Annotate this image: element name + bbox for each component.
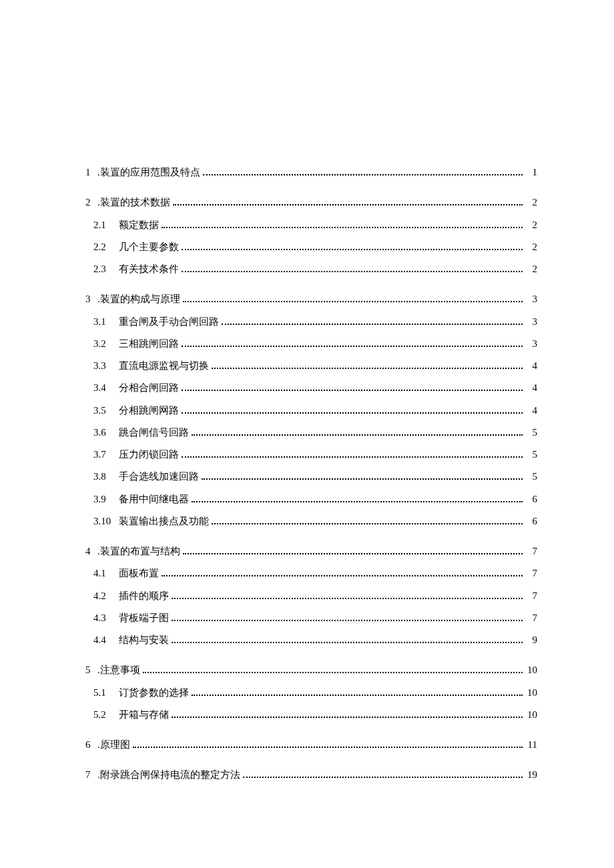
toc-entry-level2: 3.4 分相合闸回路 4 [85,380,537,396]
toc-entry-level2: 2.1 额定数据 2 [85,218,537,233]
toc-entry-level2: 2.2 几个主要参数 2 [85,240,537,255]
toc-entry-level2: 4.1 面板布置 7 [85,566,537,581]
toc-title: 跳合闸信号回路 [119,425,189,440]
toc-number: 5.1 [93,685,115,701]
toc-leader [203,166,523,175]
toc-number: 3.5 [93,403,115,418]
toc-title: .原理图 [97,737,130,753]
toc-page: 3 [525,336,537,352]
toc-title: 开箱与存储 [119,707,169,723]
toc-entry-level1: 4 .装置的布置与结构 7 [85,544,537,559]
toc-page: 4 [525,380,537,396]
toc-title: 压力闭锁回路 [119,447,179,462]
toc-number: 4.3 [93,610,115,626]
toc-title: 分相跳闸网路 [119,403,179,418]
toc-page: 5 [525,425,537,440]
toc-leader [133,739,523,748]
toc-title: 背板端子图 [119,610,169,626]
toc-entry-level2: 5.1 订货参数的选择 10 [85,685,537,701]
toc-leader [192,687,523,696]
toc-number: 4 [85,544,97,559]
toc-number: 5.2 [93,707,115,723]
toc-page: 7 [525,544,537,559]
toc-title: 额定数据 [119,218,159,233]
toc-entry-level2: 3.7 压力闭锁回路 5 [85,447,537,462]
toc-page: 19 [525,767,537,783]
toc-number: 3.2 [93,336,115,352]
toc-entry-level1: 5 .注意事项 10 [85,663,537,678]
toc-title: 装置输出接点及功能 [119,514,209,529]
toc-entry-level1: 7 .附录跳合闸保持电流的整定方法 19 [85,767,537,783]
toc-page: 1 [525,165,537,180]
toc-page: 4 [525,403,537,418]
toc-number: 3.10 [93,514,115,529]
toc-title: 几个主要参数 [119,240,179,255]
toc-number: 2.3 [93,262,115,277]
toc-title: .装置的技术数据 [97,195,170,210]
toc-title: 备用中间继电器 [119,492,189,507]
toc-page: 2 [525,262,537,277]
toc-entry-level2: 3.1 重合闸及手动合闸回路 3 [85,314,537,330]
toc-leader [182,404,523,414]
toc-leader [172,709,523,718]
toc-entry-level2: 4.3 背板端子图 7 [85,610,537,626]
toc-entry-level1: 2 .装置的技术数据 2 [85,195,537,210]
toc-entry-level1: 6 .原理图 11 [85,737,537,753]
toc-entry-level2: 3.6 跳合闸信号回路 5 [85,425,537,440]
toc-title: 面板布置 [119,566,159,581]
toc-page: 7 [525,610,537,626]
toc-leader [182,382,523,391]
toc-number: 3.7 [93,447,115,462]
toc-title: 手合选线加速回路 [119,469,199,484]
toc-page: 2 [525,218,537,233]
toc-leader [222,316,523,325]
toc-title: .装置的应用范围及特点 [97,165,200,180]
toc-page: 10 [525,663,537,678]
toc-entry-level2: 4.2 插件的顺序 7 [85,588,537,604]
table-of-contents: 1 .装置的应用范围及特点 1 2 .装置的技术数据 2 2.1 额定数据 2 … [85,165,537,783]
toc-leader [182,448,523,458]
toc-number: 3 [85,292,97,307]
toc-entry-level2: 5.2 开箱与存储 10 [85,707,537,723]
toc-number: 4.4 [93,632,115,648]
toc-leader [182,241,523,250]
toc-number: 2.1 [93,218,115,233]
toc-title: 分相合闸回路 [119,380,179,396]
toc-page: 10 [525,707,537,723]
toc-number: 2.2 [93,240,115,255]
toc-number: 3.9 [93,492,115,507]
toc-page: 7 [525,588,537,604]
toc-leader [172,634,523,643]
toc-leader [212,515,523,524]
toc-number: 3.1 [93,314,115,330]
toc-title: .注意事项 [97,663,140,678]
toc-title: .装置的构成与原理 [97,292,180,307]
toc-leader [202,470,523,480]
toc-page: 9 [525,632,537,648]
toc-page: 2 [525,195,537,210]
toc-title: 结构与安装 [119,632,169,648]
toc-leader [172,590,523,599]
toc-page: 3 [525,314,537,330]
toc-leader [183,293,523,302]
toc-number: 4.2 [93,588,115,604]
toc-number: 3.8 [93,469,115,484]
toc-entry-level2: 3.5 分相跳闸网路 4 [85,403,537,418]
toc-page: 7 [525,566,537,581]
toc-title: 直流电源监视与切换 [119,358,209,374]
toc-entry-level2: 3.9 备用中间继电器 6 [85,492,537,507]
toc-number: 7 [85,767,97,783]
toc-entry-level2: 3.8 手合选线加速回路 5 [85,469,537,484]
toc-title: .装置的布置与结构 [97,544,180,559]
toc-page: 5 [525,469,537,484]
toc-leader [182,338,523,347]
toc-entry-level1: 1 .装置的应用范围及特点 1 [85,165,537,180]
toc-page: 6 [525,492,537,507]
toc-page: 10 [525,685,537,701]
toc-page: 6 [525,514,537,529]
toc-title: 重合闸及手动合闸回路 [119,314,219,330]
toc-number: 3.3 [93,358,115,374]
toc-leader [172,612,523,621]
toc-leader [162,567,523,576]
toc-leader [182,263,523,272]
